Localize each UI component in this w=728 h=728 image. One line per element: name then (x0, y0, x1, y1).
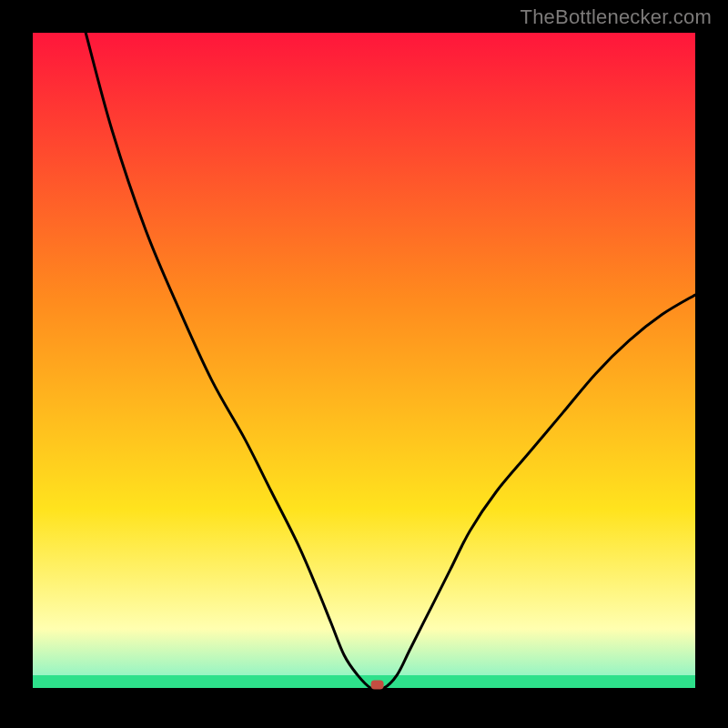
bottom-axis (33, 688, 695, 695)
minimum-marker (371, 680, 384, 689)
watermark-text: TheBottlenecker.com (521, 5, 712, 29)
plot-background (33, 33, 695, 695)
chart-frame: TheBottlenecker.com (0, 0, 728, 728)
bottleneck-chart (0, 0, 728, 728)
